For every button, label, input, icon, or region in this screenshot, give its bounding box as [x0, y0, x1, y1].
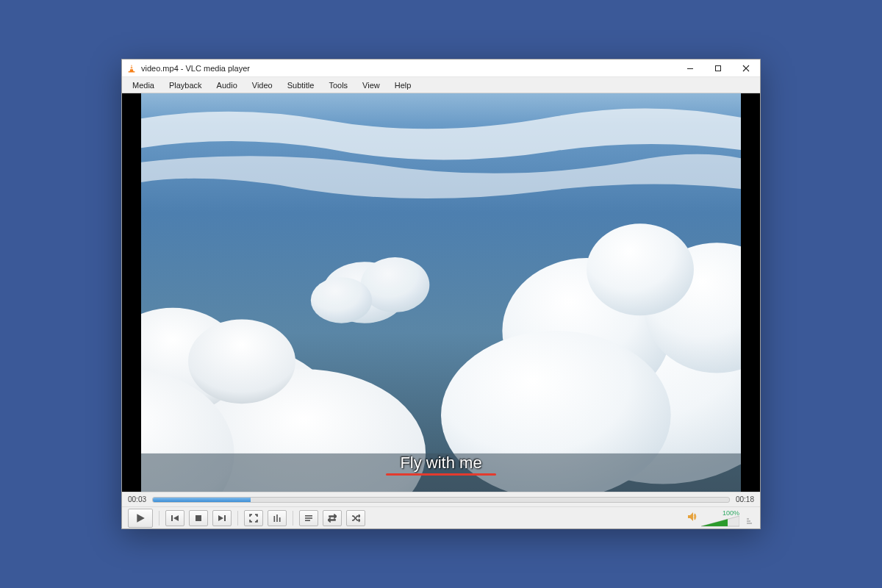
menubar: Media Playback Audio Video Subtitle Tool…	[122, 77, 760, 93]
menu-view[interactable]: View	[355, 79, 387, 91]
volume-control[interactable]: 100%	[686, 509, 739, 527]
menu-audio[interactable]: Audio	[209, 79, 245, 91]
svg-rect-1	[130, 66, 132, 67]
svg-marker-22	[173, 515, 179, 521]
separator	[237, 511, 238, 526]
video-content: Fly with me	[141, 93, 741, 492]
svg-rect-25	[224, 515, 226, 521]
subtitle-underline	[386, 473, 496, 476]
shuffle-icon	[351, 514, 360, 523]
menu-playback[interactable]: Playback	[162, 79, 209, 91]
speaker-icon	[686, 511, 698, 526]
svg-rect-3	[129, 71, 135, 72]
svg-rect-27	[276, 514, 278, 522]
resize-grip-icon	[747, 512, 754, 524]
seek-slider[interactable]	[152, 497, 730, 503]
svg-rect-23	[196, 515, 201, 521]
vlc-cone-icon	[126, 63, 137, 74]
svg-rect-28	[279, 517, 281, 522]
menu-tools[interactable]: Tools	[321, 79, 355, 91]
subtitle-text: Fly with me	[400, 453, 481, 473]
seek-bar-row: 00:03 00:18	[122, 492, 760, 506]
svg-rect-29	[305, 515, 312, 517]
svg-point-15	[188, 319, 295, 404]
equalizer-icon	[273, 514, 282, 523]
seek-progress	[153, 498, 251, 502]
time-elapsed[interactable]: 00:03	[128, 495, 146, 503]
svg-marker-32	[688, 512, 693, 521]
next-button[interactable]	[212, 510, 232, 526]
titlebar[interactable]: video.mp4 - VLC media player	[122, 60, 760, 77]
playlist-icon	[304, 514, 313, 523]
minimize-button[interactable]	[676, 60, 704, 76]
svg-rect-21	[171, 515, 173, 521]
vlc-window: video.mp4 - VLC media player Media Playb…	[121, 59, 761, 529]
svg-rect-31	[305, 520, 310, 521]
play-button[interactable]	[128, 509, 153, 528]
extended-settings-button[interactable]	[268, 510, 287, 526]
loop-button[interactable]	[323, 510, 342, 526]
menu-video[interactable]: Video	[245, 79, 280, 91]
separator	[293, 511, 293, 526]
maximize-button[interactable]	[704, 60, 732, 76]
svg-rect-30	[305, 517, 312, 519]
volume-slider[interactable]	[701, 515, 739, 527]
window-title: video.mp4 - VLC media player	[141, 64, 250, 73]
loop-icon	[328, 514, 337, 523]
fullscreen-button[interactable]	[244, 510, 263, 526]
fullscreen-icon	[249, 514, 258, 523]
shuffle-button[interactable]	[346, 510, 365, 526]
controls-bar: 100%	[122, 506, 760, 528]
svg-rect-5	[716, 65, 721, 71]
menu-subtitle[interactable]: Subtitle	[280, 79, 322, 91]
next-icon	[218, 514, 226, 523]
play-icon	[135, 513, 146, 523]
svg-point-18	[311, 277, 372, 323]
separator	[159, 511, 159, 526]
svg-point-9	[587, 223, 694, 315]
close-button[interactable]	[732, 60, 760, 76]
time-total[interactable]: 00:18	[736, 495, 754, 503]
svg-rect-4	[687, 68, 693, 69]
stop-button[interactable]	[189, 510, 208, 526]
video-area[interactable]: Fly with me	[122, 93, 760, 492]
svg-marker-24	[218, 515, 223, 521]
menu-media[interactable]: Media	[125, 79, 162, 91]
svg-marker-0	[129, 64, 133, 71]
playlist-button[interactable]	[299, 510, 318, 526]
svg-rect-26	[274, 516, 276, 522]
svg-rect-2	[130, 68, 133, 69]
previous-icon	[171, 514, 179, 523]
stop-icon	[194, 514, 203, 523]
menu-help[interactable]: Help	[387, 79, 419, 91]
previous-button[interactable]	[165, 510, 184, 526]
svg-marker-20	[137, 514, 145, 523]
